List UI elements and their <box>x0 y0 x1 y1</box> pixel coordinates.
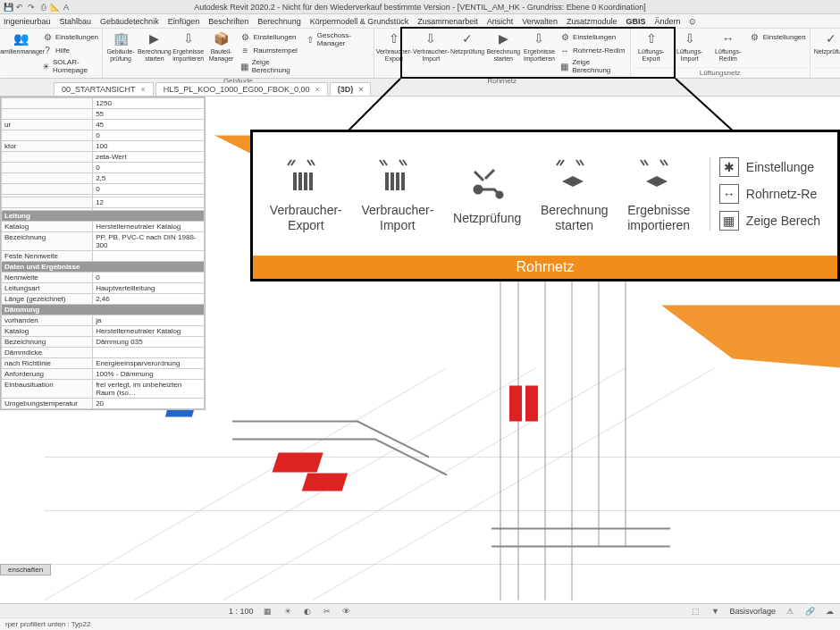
property-section-header[interactable]: Leitung <box>2 211 205 222</box>
qat-print-icon[interactable]: ⎙ <box>38 3 47 12</box>
property-row[interactable]: LeitungsartHauptverteilleitung <box>2 283 205 294</box>
crop-icon[interactable]: ✂ <box>322 606 332 617</box>
einstellungen-button[interactable]: ✱Einstellunge <box>719 157 820 177</box>
einstellungen-button[interactable]: ⚙Einstellungen <box>40 30 100 43</box>
filter-icon[interactable]: ▼ <box>710 606 720 617</box>
ergebnisse-importieren-button[interactable]: Ergebnisse importieren <box>627 155 690 233</box>
property-value[interactable]: 12 <box>93 197 205 208</box>
doc-tab[interactable]: 00_STARTANSICHT× <box>54 82 154 96</box>
einstellungen-button[interactable]: ⚙Einstellungen <box>239 30 303 43</box>
property-row[interactable]: vorhandenja <box>2 315 205 326</box>
geschoss-manager-button[interactable]: ⇧Geschoss-Manager <box>304 30 372 48</box>
close-icon[interactable]: × <box>358 85 363 94</box>
doc-tab[interactable]: HLS_PL_KOO_1000_EG00_FBOK_0,00× <box>155 82 328 96</box>
menu-item[interactable]: ⊙ <box>689 17 696 26</box>
property-value[interactable]: ja <box>93 315 205 326</box>
warning-icon[interactable]: ⚠ <box>785 606 795 617</box>
property-section-header[interactable]: Dämmung <box>2 305 205 315</box>
hide-icon[interactable]: 👁 <box>341 606 352 617</box>
verbraucher-import-button[interactable]: Verbraucher- Import <box>361 155 433 233</box>
zeige-berechnung-button[interactable]: ▦Zeige Berechnung <box>558 57 628 75</box>
property-row[interactable]: Feste Nennweite <box>2 251 205 262</box>
close-icon[interactable]: × <box>315 85 319 94</box>
property-row[interactable]: 1250 <box>2 98 205 109</box>
ergebnisse-importieren-button[interactable]: ⇩Ergebnisse importieren <box>172 30 205 62</box>
select-icon[interactable]: ⬚ <box>690 606 701 617</box>
property-row[interactable]: BezeichnungDämmung 035 <box>2 337 205 348</box>
lueftungs-import-button[interactable]: ⇩Lüftungs-Import <box>671 30 709 62</box>
verbraucher-export-button[interactable]: Verbraucher- Export <box>270 155 342 233</box>
menu-item-active[interactable]: GBIS <box>626 17 645 26</box>
gebaeude-pruefung-button[interactable]: 🏢Gebäude-prüfung <box>105 30 137 62</box>
rohrnetz-redim-button[interactable]: ↔Rohrnetz-Redim <box>558 44 628 56</box>
properties-panel[interactable]: 125055ur450ktor100zeta-Wert02,5012 Leitu… <box>0 97 206 410</box>
link-icon[interactable]: 🔗 <box>804 606 815 617</box>
property-row[interactable]: 2,5 <box>2 173 205 184</box>
menu-item[interactable]: Beschriften <box>208 17 248 26</box>
property-row[interactable]: nach RichtlinieEnergieeinsparverordnung <box>2 358 205 369</box>
verbraucher-import-button[interactable]: ⇩Verbraucher-Import <box>413 30 449 62</box>
menu-item[interactable]: Einfügen <box>168 17 200 26</box>
netzpruefung-button[interactable]: ✓Netzprüfung <box>450 30 485 55</box>
qat-measure-icon[interactable]: 📐 <box>50 3 59 12</box>
menu-item[interactable]: Berechnung <box>257 17 301 26</box>
property-value[interactable]: Herstellerneutraler Katalog <box>93 326 205 337</box>
property-row[interactable]: Einbausituationfrei verlegt, im unbeheiz… <box>2 380 205 399</box>
lueftungs-export-button[interactable]: ⇧Lüftungs-Export <box>633 30 670 62</box>
property-row[interactable]: 0 <box>2 130 205 141</box>
property-row[interactable]: Nennweite0 <box>2 273 205 283</box>
menu-item[interactable]: Stahlbau <box>60 17 92 26</box>
rohrnetz-redim-button[interactable]: ↔Rohrnetz-Re <box>719 184 820 204</box>
berechnung-starten-button[interactable]: ▶Berechnung starten <box>138 30 172 62</box>
qat-save-icon[interactable]: 💾 <box>4 3 13 12</box>
property-value[interactable]: 0 <box>93 163 205 173</box>
menu-item[interactable]: Zusatzmodule <box>567 17 617 26</box>
property-row[interactable]: zeta-Wert <box>2 152 205 163</box>
property-value[interactable] <box>93 348 205 358</box>
property-row[interactable]: 12 <box>2 197 205 208</box>
zeige-berechnung-button[interactable]: ▦Zeige Berech <box>719 211 820 231</box>
netzpruefung-button[interactable]: ✓Netzprüfung <box>812 30 840 55</box>
property-value[interactable]: Herstellerneutraler Katalog <box>93 222 205 232</box>
berechnung-starten-button[interactable]: ▶Berechnung starten <box>486 30 521 62</box>
property-row[interactable]: 0 <box>2 184 205 195</box>
property-value[interactable]: 0 <box>93 130 205 141</box>
property-value[interactable]: 0 <box>93 273 205 283</box>
netzpruefung-button[interactable]: Netzprüfung <box>453 163 521 226</box>
lueftungs-redim-button[interactable]: ↔Lüftungs-Redim <box>710 30 747 62</box>
menu-item[interactable]: Zusammenarbeit <box>417 17 478 26</box>
zeige-berechnung-button[interactable]: ▦Zeige Berechnung <box>239 57 303 75</box>
raumstempel-button[interactable]: ≡Raumstempel <box>239 44 303 56</box>
property-value[interactable]: 1250 <box>93 98 205 109</box>
menu-item[interactable]: Körpermodell & Grundstück <box>310 17 409 26</box>
property-value[interactable] <box>93 251 205 262</box>
property-row[interactable]: ur45 <box>2 120 205 130</box>
property-value[interactable]: zeta-Wert <box>93 152 205 163</box>
qat-redo-icon[interactable]: ↷ <box>27 3 36 12</box>
property-value[interactable]: 2,46 <box>93 294 205 305</box>
property-row[interactable]: Dämmdicke <box>2 348 205 358</box>
close-icon[interactable]: × <box>141 85 146 94</box>
qat-text-icon[interactable]: A <box>62 3 71 12</box>
qat-undo-icon[interactable]: ↶ <box>15 3 24 12</box>
property-value[interactable]: 55 <box>93 109 205 120</box>
property-row[interactable]: Länge (gezeichnet)2,46 <box>2 294 205 305</box>
property-value[interactable]: 2,5 <box>93 173 205 184</box>
property-row[interactable]: KatalogHerstellerneutraler Katalog <box>2 222 205 232</box>
menu-item[interactable]: Ändern <box>654 17 680 26</box>
template-label[interactable]: Basisvorlage <box>729 607 776 616</box>
property-value[interactable]: 100% - Dämmung <box>93 369 205 380</box>
property-row[interactable]: 55 <box>2 109 205 120</box>
menu-item[interactable]: Gebäudetechnik <box>100 17 159 26</box>
menu-item[interactable]: Ingenieurbau <box>4 17 51 26</box>
properties-tab[interactable]: enschaften <box>0 564 51 575</box>
property-value[interactable]: frei verlegt, im unbeheizten Raum (Iso… <box>93 380 205 399</box>
einstellungen-button[interactable]: ⚙Einstellungen <box>748 30 808 43</box>
shadow-icon[interactable]: ◐ <box>302 606 313 617</box>
scale-display[interactable]: 1 : 100 <box>229 607 254 616</box>
property-value[interactable]: Dämmung 035 <box>93 337 205 348</box>
property-row[interactable]: Anforderung100% - Dämmung <box>2 369 205 380</box>
property-row[interactable]: ktor100 <box>2 141 205 152</box>
property-row[interactable]: BezeichnungPP, PB, PVC-C nach DIN 1988-3… <box>2 232 205 251</box>
einstellungen-button[interactable]: ⚙Einstellungen <box>558 30 628 43</box>
